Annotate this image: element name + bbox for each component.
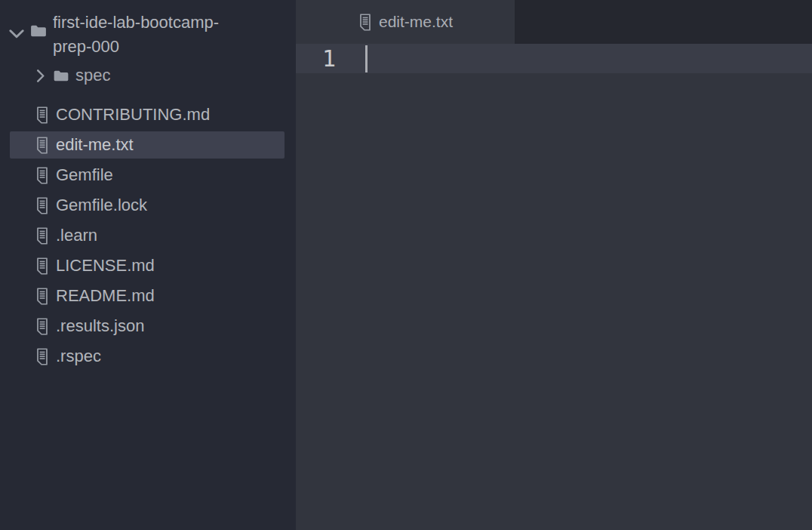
file-text-icon bbox=[358, 14, 372, 31]
file-list: CONTRIBUTING.md edit-me.txt Gemfile Gemf… bbox=[0, 101, 296, 370]
active-line[interactable]: 1 bbox=[296, 44, 812, 73]
root-folder-name: first-ide-lab-bootcamp-prep-000 bbox=[53, 11, 243, 59]
ide-window: first-ide-lab-bootcamp-prep-000 spec CON… bbox=[0, 0, 812, 530]
chevron-down-icon[interactable] bbox=[9, 29, 26, 39]
file-item-edit-me-txt[interactable]: edit-me.txt bbox=[10, 131, 285, 159]
editor-pane: edit-me.txt 1 bbox=[296, 0, 812, 530]
file-name: README.md bbox=[56, 286, 155, 306]
line-content[interactable] bbox=[342, 44, 812, 73]
tab-edit-me-txt[interactable]: edit-me.txt bbox=[296, 0, 515, 44]
file-item-rspec[interactable]: .rspec bbox=[10, 343, 285, 370]
file-text-icon bbox=[35, 257, 49, 275]
file-text-icon bbox=[35, 106, 49, 124]
file-name: edit-me.txt bbox=[56, 135, 134, 155]
file-name: .results.json bbox=[56, 316, 144, 336]
file-text-icon bbox=[35, 348, 49, 365]
file-item-results-json[interactable]: .results.json bbox=[10, 313, 285, 340]
file-item-learn[interactable]: .learn bbox=[10, 222, 285, 249]
file-text-icon bbox=[35, 167, 49, 184]
file-name: LICENSE.md bbox=[56, 256, 155, 276]
file-text-icon bbox=[35, 137, 49, 154]
file-item-contributing-md[interactable]: CONTRIBUTING.md bbox=[10, 101, 285, 128]
text-cursor bbox=[365, 45, 368, 72]
file-tree-sidebar: first-ide-lab-bootcamp-prep-000 spec CON… bbox=[0, 0, 296, 530]
file-text-icon bbox=[35, 288, 49, 305]
folder-icon bbox=[53, 69, 69, 82]
file-name: Gemfile bbox=[56, 165, 113, 185]
tab-label: edit-me.txt bbox=[379, 13, 453, 31]
file-name: .learn bbox=[56, 226, 97, 245]
tree-item-folder-spec[interactable]: spec bbox=[0, 65, 296, 86]
file-item-license-md[interactable]: LICENSE.md bbox=[10, 252, 285, 279]
file-text-icon bbox=[35, 318, 49, 335]
line-number: 1 bbox=[296, 44, 342, 73]
file-item-gemfile-lock[interactable]: Gemfile.lock bbox=[10, 192, 285, 219]
file-text-icon bbox=[35, 197, 49, 214]
file-name: CONTRIBUTING.md bbox=[56, 105, 210, 125]
folder-name: spec bbox=[75, 66, 110, 85]
folder-icon bbox=[30, 24, 47, 38]
file-name: Gemfile.lock bbox=[56, 196, 147, 215]
file-item-readme-md[interactable]: README.md bbox=[10, 282, 285, 310]
tab-bar: edit-me.txt bbox=[296, 0, 812, 44]
file-text-icon bbox=[35, 227, 49, 245]
file-name: .rspec bbox=[56, 347, 101, 366]
code-area[interactable]: 1 bbox=[296, 44, 812, 530]
file-item-gemfile[interactable]: Gemfile bbox=[10, 162, 285, 189]
tree-item-root-folder[interactable]: first-ide-lab-bootcamp-prep-000 bbox=[0, 11, 296, 59]
chevron-right-icon[interactable] bbox=[36, 69, 48, 82]
